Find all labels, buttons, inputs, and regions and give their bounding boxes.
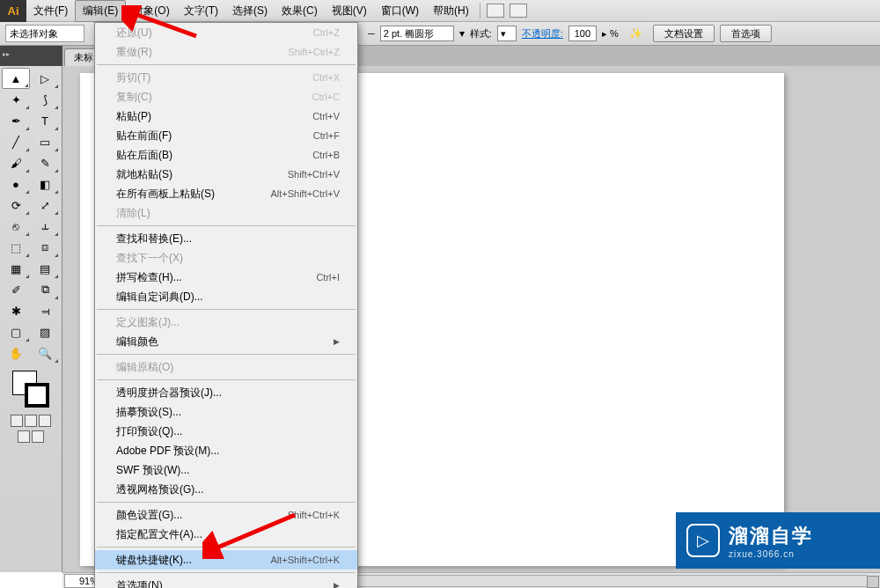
tool-gradient[interactable]: ▤ xyxy=(31,258,59,279)
tool-blend[interactable]: ⧉ xyxy=(31,279,59,300)
menu-item-label: 透明度拼合器预设(J)... xyxy=(116,386,222,401)
tool-rect[interactable]: ▭ xyxy=(31,131,59,152)
tool-perspective[interactable]: ⧈ xyxy=(31,237,59,258)
menu-view[interactable]: 视图(V) xyxy=(325,0,374,22)
tool-blob[interactable]: ● xyxy=(2,173,30,195)
menu-separator xyxy=(97,502,356,503)
menu-item-编辑自定词典d[interactable]: 编辑自定词典(D)... xyxy=(95,287,357,306)
color-mode-box[interactable] xyxy=(11,415,23,427)
tool-eraser[interactable]: ◧ xyxy=(31,173,59,195)
menu-item-打印预设q[interactable]: 打印预设(Q)... xyxy=(95,422,357,441)
menu-item-label: 打印预设(Q)... xyxy=(116,424,182,439)
gradient-mode-box[interactable] xyxy=(25,415,37,427)
style-combo[interactable]: ▾ xyxy=(497,26,517,41)
menu-shortcut: Shift+Ctrl+Z xyxy=(288,47,340,57)
menu-item-清除l: 清除(L) xyxy=(95,203,357,223)
menu-item-贴在后面b[interactable]: 贴在后面(B)Ctrl+B xyxy=(95,145,357,165)
menu-item-label: 编辑原稿(O) xyxy=(116,360,173,375)
screen-mode-box[interactable] xyxy=(18,430,30,443)
separator xyxy=(480,3,480,18)
arrange-icon[interactable] xyxy=(510,4,527,18)
menu-effect[interactable]: 效果(C) xyxy=(275,0,325,22)
none-mode-box[interactable] xyxy=(39,415,51,427)
menu-item-键盘快捷键k[interactable]: 键盘快捷键(K)...Alt+Shift+Ctrl+K xyxy=(95,550,357,570)
menu-item-贴在前面f[interactable]: 贴在前面(F)Ctrl+F xyxy=(95,126,357,145)
tool-sel[interactable]: ▲ xyxy=(2,68,30,89)
menu-item-查找和替换e[interactable]: 查找和替换(E)... xyxy=(95,229,357,248)
wand-icon[interactable]: ✨ xyxy=(629,27,642,40)
menu-window[interactable]: 窗口(W) xyxy=(374,0,426,22)
ruler-corner xyxy=(0,46,62,66)
tool-wand[interactable]: ✦ xyxy=(2,89,30,110)
menu-item-透明度拼合器预设j[interactable]: 透明度拼合器预设(J)... xyxy=(95,383,357,402)
menubar: Ai 文件(F) 编辑(E) 对象(O) 文字(T) 选择(S) 效果(C) 视… xyxy=(0,0,880,22)
menu-item-描摹预设s[interactable]: 描摹预设(S)... xyxy=(95,402,357,422)
menu-item-首选项n[interactable]: 首选项(N)▶ xyxy=(95,576,357,588)
submenu-arrow-icon: ▶ xyxy=(334,581,340,588)
menu-item-编辑原稿o: 编辑原稿(O) xyxy=(95,357,357,377)
menu-object[interactable]: 对象(O) xyxy=(126,0,176,22)
menu-edit[interactable]: 编辑(E) xyxy=(75,0,126,22)
tool-brush[interactable]: 🖌 xyxy=(2,152,30,173)
toolbox: ▲▷✦⟆✒T╱▭🖌✎●◧⟳⤢⎋⥿⬚⧈▦▤✐⧉✱⫤▢▨✋🔍 xyxy=(0,66,62,572)
tool-lasso[interactable]: ⟆ xyxy=(31,89,59,110)
screen-mode-box-2[interactable] xyxy=(32,430,44,443)
menu-item-label: 透视网格预设(G)... xyxy=(116,482,203,497)
menu-shortcut: Ctrl+F xyxy=(313,130,340,141)
tool-line[interactable]: ╱ xyxy=(2,131,30,152)
color-swatches[interactable] xyxy=(12,371,49,408)
stroke-combo[interactable]: 2 pt. 椭圆形 xyxy=(380,26,454,41)
menu-shortcut: Alt+Shift+Ctrl+V xyxy=(270,188,340,199)
menu-item-就地粘贴s[interactable]: 就地粘贴(S)Shift+Ctrl+V xyxy=(95,165,357,184)
menu-item-label: 颜色设置(G)... xyxy=(116,508,182,523)
menu-item-label: Adobe PDF 预设(M)... xyxy=(116,444,219,459)
tool-hand[interactable]: ✋ xyxy=(2,342,30,364)
tool-pen[interactable]: ✒ xyxy=(2,110,30,131)
menu-item-label: 在所有画板上粘贴(S) xyxy=(116,187,215,202)
menu-item-颜色设置g[interactable]: 颜色设置(G)...Shift+Ctrl+K xyxy=(95,505,357,525)
menu-item-在所有画板上粘贴s[interactable]: 在所有画板上粘贴(S)Alt+Shift+Ctrl+V xyxy=(95,184,357,203)
menu-type[interactable]: 文字(T) xyxy=(177,0,225,22)
tool-type[interactable]: T xyxy=(31,110,59,131)
tool-rotate[interactable]: ⟳ xyxy=(2,195,30,216)
menu-item-指定配置文件a[interactable]: 指定配置文件(A)... xyxy=(95,525,357,544)
menu-item-adobe pdf 预设m[interactable]: Adobe PDF 预设(M)... xyxy=(95,441,357,460)
menu-file[interactable]: 文件(F) xyxy=(26,0,75,22)
stroke-swatch[interactable] xyxy=(25,383,49,408)
menu-item-swf 预设w[interactable]: SWF 预设(W)... xyxy=(95,460,357,480)
tool-direct[interactable]: ▷ xyxy=(31,68,59,89)
dropdown-icon[interactable]: ▾ xyxy=(459,27,465,40)
tool-pencil[interactable]: ✎ xyxy=(31,152,59,173)
menu-help[interactable]: 帮助(H) xyxy=(426,0,476,22)
tool-eyedrop[interactable]: ✐ xyxy=(2,279,30,300)
tool-shape[interactable]: ⬚ xyxy=(2,237,30,258)
tool-slice[interactable]: ▨ xyxy=(31,321,59,342)
app-logo: Ai xyxy=(0,0,26,22)
tool-artboard[interactable]: ▢ xyxy=(2,321,30,342)
menu-item-复制c: 复制(C)Ctrl+C xyxy=(95,87,357,107)
menu-item-label: 编辑颜色 xyxy=(116,334,158,349)
menu-shortcut: Shift+Ctrl+K xyxy=(288,510,340,520)
menu-item-label: 查找和替换(E)... xyxy=(116,232,192,246)
layout-icon[interactable] xyxy=(487,4,504,18)
tool-width[interactable]: ⎋ xyxy=(2,216,30,237)
tool-warp[interactable]: ⥿ xyxy=(31,216,59,237)
watermark-title: 溜溜自学 xyxy=(729,523,813,549)
menu-separator xyxy=(97,309,356,310)
menu-item-透视网格预设g[interactable]: 透视网格预设(G)... xyxy=(95,480,357,499)
prefs-button[interactable]: 首选项 xyxy=(720,25,772,42)
opacity-link[interactable]: 不透明度: xyxy=(522,27,563,40)
menu-item-粘贴p[interactable]: 粘贴(P)Ctrl+V xyxy=(95,107,357,126)
opacity-value[interactable]: 100 xyxy=(568,26,597,41)
doc-setup-button[interactable]: 文档设置 xyxy=(653,25,715,42)
menu-separator xyxy=(97,572,356,573)
tool-symbol[interactable]: ✱ xyxy=(2,300,30,321)
tool-mesh[interactable]: ▦ xyxy=(2,258,30,279)
tool-zoom[interactable]: 🔍 xyxy=(31,342,59,364)
menu-item-拼写检查h[interactable]: 拼写检查(H)...Ctrl+I xyxy=(95,268,357,287)
menu-select[interactable]: 选择(S) xyxy=(225,0,275,22)
menu-item-编辑颜色[interactable]: 编辑颜色▶ xyxy=(95,332,357,351)
menu-shortcut: Alt+Shift+Ctrl+K xyxy=(270,555,340,565)
tool-graph[interactable]: ⫤ xyxy=(31,300,59,321)
tool-scale[interactable]: ⤢ xyxy=(31,195,59,216)
